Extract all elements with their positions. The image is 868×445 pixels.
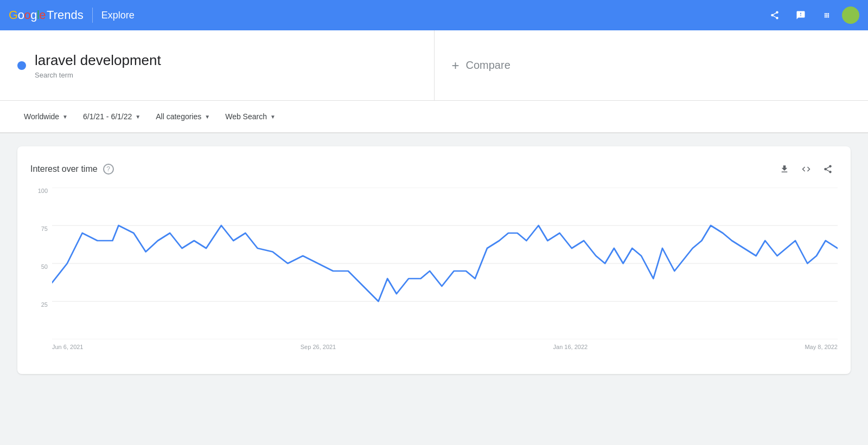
search-term-panel: laravel development Search term <box>0 30 435 100</box>
apps-button[interactable] <box>816 4 838 26</box>
x-label-may: May 8, 2022 <box>805 344 838 350</box>
google-logo-text: Google <box>9 8 46 22</box>
date-chevron-icon: ▼ <box>135 114 141 120</box>
interest-over-time-card: Interest over time ? 100 75 50 <box>17 146 851 374</box>
search-term-label: Search term <box>35 71 161 79</box>
compare-label: Compare <box>466 59 510 72</box>
x-label-jun: Jun 6, 2021 <box>52 344 84 350</box>
category-filter[interactable]: All categories ▼ <box>149 108 216 125</box>
trends-logo-text: Trends <box>47 8 84 22</box>
compare-panel[interactable]: + Compare <box>435 30 869 100</box>
card-actions <box>775 159 838 179</box>
explore-label: Explore <box>101 10 135 21</box>
logo: Google Trends <box>9 8 84 22</box>
category-filter-label: All categories <box>156 112 201 121</box>
search-section: laravel development Search term + Compar… <box>0 30 868 101</box>
search-type-filter-label: Web Search <box>225 112 267 121</box>
x-label-jan: Jan 16, 2022 <box>553 344 588 350</box>
y-axis-labels: 100 75 50 25 <box>30 188 52 339</box>
x-label-sep: Sep 26, 2021 <box>301 344 336 350</box>
download-button[interactable] <box>775 159 794 179</box>
chart-svg-area <box>52 188 838 339</box>
search-term-value: laravel development <box>35 52 161 69</box>
compare-plus-icon: + <box>452 58 459 73</box>
location-chevron-icon: ▼ <box>62 114 68 120</box>
x-axis-labels: Jun 6, 2021 Sep 26, 2021 Jan 16, 2022 Ma… <box>52 339 838 361</box>
search-dot <box>17 61 26 70</box>
chart-svg <box>52 188 838 339</box>
date-filter-label: 6/1/21 - 6/1/22 <box>83 112 132 121</box>
date-filter[interactable]: 6/1/21 - 6/1/22 ▼ <box>76 108 147 125</box>
card-header: Interest over time ? <box>30 159 838 179</box>
y-label-75: 75 <box>41 225 48 232</box>
avatar[interactable] <box>842 7 859 24</box>
embed-button[interactable] <box>796 159 816 179</box>
y-label-25: 25 <box>41 301 48 308</box>
location-filter[interactable]: Worldwide ▼ <box>17 108 74 125</box>
location-filter-label: Worldwide <box>24 112 59 121</box>
help-icon[interactable]: ? <box>103 164 114 175</box>
card-title-group: Interest over time ? <box>30 164 114 175</box>
filters-bar: Worldwide ▼ 6/1/21 - 6/1/22 ▼ All catego… <box>0 101 868 133</box>
header: Google Trends Explore <box>0 0 868 30</box>
search-term-info: laravel development Search term <box>35 52 161 79</box>
share-button[interactable] <box>764 4 786 26</box>
chart-container: 100 75 50 25 Jun 6, 2021 <box>30 188 838 361</box>
y-label-100: 100 <box>38 188 48 194</box>
header-divider <box>92 8 93 23</box>
feedback-button[interactable] <box>790 4 812 26</box>
search-type-filter[interactable]: Web Search ▼ <box>219 108 282 125</box>
header-actions <box>764 4 859 26</box>
main-content: Interest over time ? 100 75 50 <box>0 133 868 387</box>
search-type-chevron-icon: ▼ <box>270 114 276 120</box>
share-chart-button[interactable] <box>818 159 838 179</box>
category-chevron-icon: ▼ <box>205 114 210 120</box>
y-label-50: 50 <box>41 263 48 270</box>
card-title: Interest over time <box>30 164 98 174</box>
